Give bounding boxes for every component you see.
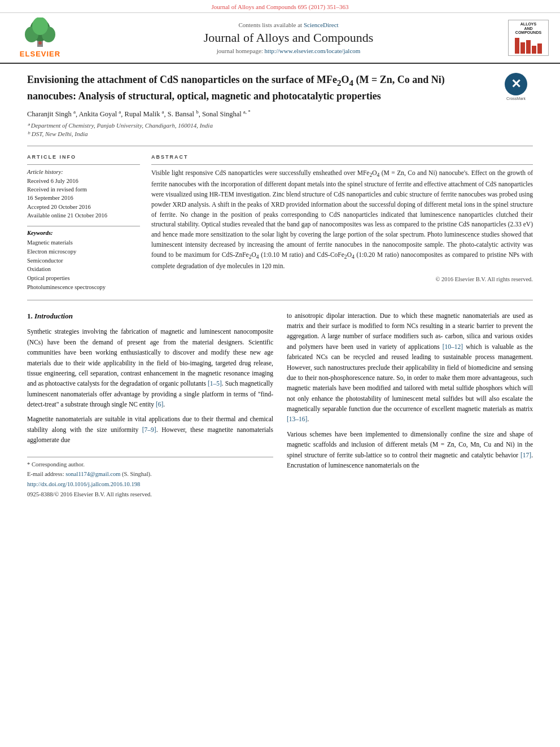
ref-13-16[interactable]: [13–16] xyxy=(287,416,307,422)
elsevier-label: ELSEVIER xyxy=(20,50,60,58)
ref-10-12[interactable]: [10–12] xyxy=(443,343,463,350)
revised-item: Received in revised form16 September 201… xyxy=(27,186,140,202)
affil-a-text: ᵃ Department of Chemistry, Panjab Univer… xyxy=(27,122,213,129)
abstract-text: Visible light responsive CdS nanoparticl… xyxy=(151,168,533,272)
journal-header: ELSEVIER Contents lists available at Sci… xyxy=(0,13,560,64)
logo-bar-1 xyxy=(515,38,519,54)
intro-heading: 1. Introduction xyxy=(27,311,273,322)
journal-logo-box: ALLOYSANDCOMPOUNDS xyxy=(508,20,549,56)
article-title: Envisioning the attachment of CdS nanopa… xyxy=(27,73,533,103)
keyword-5: Optical properties xyxy=(27,274,140,283)
journal-title: Journal of Alloys and Compounds xyxy=(71,30,506,45)
logo-title-text: ALLOYSANDCOMPOUNDS xyxy=(510,22,546,35)
content-area: Envisioning the attachment of CdS nanopa… xyxy=(0,64,560,509)
abstract-label: ABSTRACT xyxy=(151,154,533,160)
homepage-label: journal homepage: xyxy=(217,47,263,54)
email-name: (S. Singhal). xyxy=(122,471,152,477)
homepage-url[interactable]: http://www.elsevier.com/locate/jalcom xyxy=(265,47,361,54)
history-label: Article history: xyxy=(27,168,140,177)
keywords-block: Keywords: Magnetic materials Electron mi… xyxy=(27,226,140,292)
body-text-area: 1. Introduction Synthetic strategies inv… xyxy=(27,311,533,501)
svg-point-5 xyxy=(38,41,42,45)
affil-b: ᵇ DST, New Delhi, India xyxy=(27,130,533,138)
authors-text: Charanjit Singh a, Ankita Goyal a, Rupal… xyxy=(27,110,251,118)
authors-line: Charanjit Singh a, Ankita Goyal a, Rupal… xyxy=(27,109,533,119)
homepage-line: journal homepage: http://www.elsevier.co… xyxy=(71,47,506,54)
affil-a: ᵃ Department of Chemistry, Panjab Univer… xyxy=(27,122,533,129)
divider-after-authors xyxy=(27,146,533,146)
body-col-left: 1. Introduction Synthetic strategies inv… xyxy=(27,311,273,501)
journal-logo-right: ALLOYSANDCOMPOUNDS xyxy=(506,20,551,56)
contents-label: Contents lists available at xyxy=(238,21,302,28)
accepted-item: Accepted 20 October 2016 xyxy=(27,203,140,212)
contents-available-line: Contents lists available at ScienceDirec… xyxy=(71,21,506,28)
keyword-4: Oxidation xyxy=(27,265,140,274)
journal-ref-text: Journal of Alloys and Compounds 695 (201… xyxy=(212,3,349,10)
ref-6[interactable]: [6] xyxy=(156,401,163,408)
body-para-2: Magnetite nanomaterials are suitable in … xyxy=(27,414,273,445)
crossmark-block: ✕ CrossMark xyxy=(499,73,533,101)
crossmark-label: CrossMark xyxy=(499,97,533,101)
ref-17[interactable]: [17] xyxy=(520,452,531,458)
logo-bar-4 xyxy=(532,46,536,54)
keyword-6: Photoluminescence spectroscopy xyxy=(27,283,140,292)
keyword-1: Magnetic materials xyxy=(27,238,140,247)
affil-b-text: ᵇ DST, New Delhi, India xyxy=(27,130,88,137)
crossmark-icon: ✕ xyxy=(505,73,527,95)
logo-bar-5 xyxy=(537,43,542,54)
svg-point-4 xyxy=(32,18,48,35)
elsevier-logo: ELSEVIER xyxy=(9,18,71,58)
footnote-area: * Corresponding author. E-mail address: … xyxy=(27,457,273,499)
article-info-col: ARTICLE INFO Article history: Received 6… xyxy=(27,154,140,292)
logo-bar-2 xyxy=(520,42,525,54)
body-para-1: Synthetic strategies involving the fabri… xyxy=(27,326,273,409)
journal-reference-bar: Journal of Alloys and Compounds 695 (201… xyxy=(0,0,560,13)
keyword-2: Electron microscopy xyxy=(27,247,140,256)
journal-center-block: Contents lists available at ScienceDirec… xyxy=(71,21,506,54)
footnote-email: E-mail address: sonal1174@gmail.com (S. … xyxy=(27,470,273,479)
abstract-text-block: Visible light responsive CdS nanoparticl… xyxy=(151,164,533,282)
keywords-label: Keywords: xyxy=(27,230,140,236)
article-history-block: Article history: Received 6 July 2016 Re… xyxy=(27,164,140,220)
available-item: Available online 21 October 2016 xyxy=(27,212,140,220)
article-info-label: ARTICLE INFO xyxy=(27,154,140,160)
info-abstract-row: ARTICLE INFO Article history: Received 6… xyxy=(27,154,533,292)
footnote-corresponding: * Corresponding author. xyxy=(27,461,273,469)
corresponding-author-label: * Corresponding author. xyxy=(27,461,85,468)
body-col-right: to anisotropic dipolar interaction. Due … xyxy=(287,311,533,501)
copyright-text: © 2016 Elsevier B.V. All rights reserved… xyxy=(151,276,533,282)
article-title-text: Envisioning the attachment of CdS nanopa… xyxy=(27,74,445,102)
ref-1-5[interactable]: [1–5] xyxy=(208,380,222,387)
doi-link[interactable]: http://dx.doi.org/10.1016/j.jallcom.2016… xyxy=(27,481,140,487)
received-item: Received 6 July 2016 xyxy=(27,177,140,186)
keyword-3: Semiconductor xyxy=(27,256,140,265)
elsevier-tree-icon xyxy=(20,18,60,49)
divider-before-body xyxy=(27,300,533,300)
footnote-doi: http://dx.doi.org/10.1016/j.jallcom.2016… xyxy=(27,480,273,489)
footnote-issn: 0925-8388/© 2016 Elsevier B.V. All right… xyxy=(27,491,273,499)
title-block: Envisioning the attachment of CdS nanopa… xyxy=(27,73,533,103)
body-para-right-2: Various schemes have been implemented to… xyxy=(287,429,533,471)
email-label: E-mail address: xyxy=(27,471,64,477)
abstract-col: ABSTRACT Visible light responsive CdS na… xyxy=(151,154,533,292)
ref-7-9[interactable]: [7–9] xyxy=(142,426,156,433)
body-para-right-1: to anisotropic dipolar interaction. Due … xyxy=(287,311,533,425)
email-link[interactable]: sonal1174@gmail.com xyxy=(65,471,120,477)
section-number: 1. xyxy=(27,312,33,320)
logo-bar-3 xyxy=(526,40,531,54)
sciencedirect-link[interactable]: ScienceDirect xyxy=(304,21,339,28)
logo-bars xyxy=(510,37,546,54)
